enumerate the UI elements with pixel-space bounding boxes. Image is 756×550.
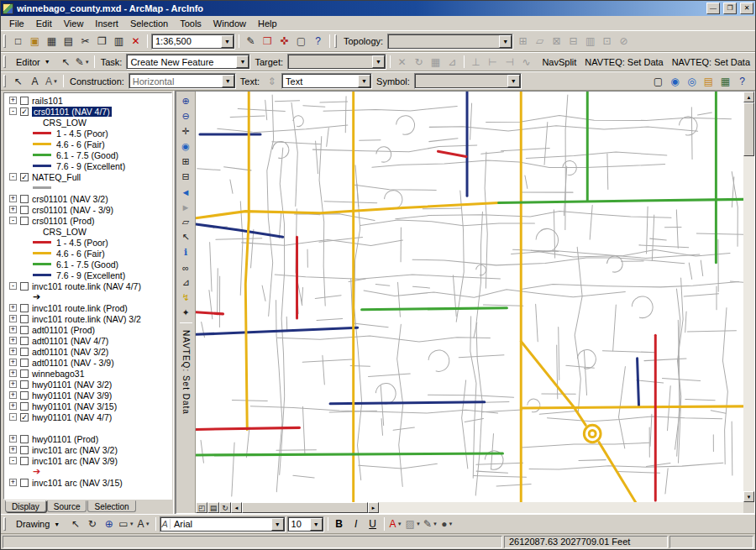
validate-topology-icon[interactable]: ⊠ (549, 34, 564, 50)
layer-label[interactable]: adt01101 (NAV - 3/9) (32, 358, 114, 368)
navteq-set-data-button-1[interactable]: NAVTEQ: Set Data (585, 57, 663, 67)
layer-label[interactable]: crs01101 (NAV 4/7) (32, 107, 112, 117)
layer-checkbox[interactable] (20, 282, 29, 291)
show-errors-icon[interactable]: ⊘ (616, 34, 632, 50)
map-horizontal-scrollbar[interactable]: ◰▤↻ ◄ ► (196, 502, 743, 513)
toc-layer-row[interactable]: +invc101 route.link (NAV) 3/2 (4, 313, 171, 324)
layer-checkbox[interactable] (20, 457, 29, 465)
dropdown-arrow-icon[interactable]: ▼ (358, 75, 370, 87)
command-window-icon[interactable]: ▢ (293, 34, 309, 50)
toc-layer-row[interactable]: +invc101 arc (NAV 3/15) (4, 477, 171, 488)
layer-checkbox[interactable] (20, 337, 29, 345)
layer-label[interactable]: invc101 arc (NAV 3/15) (32, 478, 123, 488)
tab-selection[interactable]: Selection (87, 500, 135, 512)
expand-icon[interactable]: + (9, 435, 17, 443)
new-text-icon[interactable]: A▼ (136, 516, 152, 532)
scroll-down-icon[interactable]: ▼ (743, 491, 754, 502)
select-annotation-icon[interactable]: ↖ (10, 73, 26, 89)
dropdown-arrow-icon[interactable]: ▼ (271, 518, 284, 531)
layer-label[interactable]: invc101 arc (NAV 3/9) (32, 456, 118, 466)
identify-tool[interactable]: ℹ (178, 245, 193, 259)
navsplit-button[interactable]: NavSplit (542, 57, 576, 67)
measure-tool[interactable]: ⊿ (178, 275, 193, 290)
task-value[interactable]: Create New Feature (127, 57, 236, 67)
layer-checkbox[interactable] (20, 359, 29, 367)
straight-annotation-icon[interactable]: ⊣ (501, 54, 517, 70)
globe-icon[interactable]: ◉ (667, 73, 683, 89)
toc-layer-row[interactable]: +hwy01101 (NAV 3/2) (4, 379, 171, 390)
edit-tool-icon[interactable]: ↖ (58, 54, 74, 70)
scroll-up-icon[interactable]: ▲ (743, 92, 754, 102)
layer-label[interactable]: invc101 route.link (NAV 4/7) (32, 281, 141, 291)
whats-this-icon[interactable]: ? (310, 34, 326, 50)
label-tool-icon[interactable]: A▼ (44, 73, 60, 89)
menu-view[interactable]: View (58, 18, 90, 29)
horizontal-scrollbar-thumb[interactable] (242, 502, 368, 513)
layer-label[interactable]: invc101 arc (NAV 3/2) (32, 445, 118, 455)
zoom-out-tool[interactable]: ⊖ (178, 109, 193, 123)
dropdown-arrow-icon[interactable]: ▼ (310, 518, 323, 531)
expand-icon[interactable]: + (9, 97, 17, 104)
menu-window[interactable]: Window (207, 18, 252, 29)
expand-icon[interactable]: + (9, 304, 17, 312)
scale-value[interactable]: 1:36,500 (152, 36, 221, 46)
toc-layer-row[interactable]: +rails101 (4, 95, 171, 106)
toolbar-grip[interactable] (334, 34, 337, 49)
layer-checkbox[interactable]: ✓ (20, 413, 29, 422)
text-tool-icon[interactable]: A (27, 73, 43, 89)
shape-tool-icon[interactable]: ▭▼ (118, 516, 134, 532)
layer-checkbox[interactable] (20, 391, 29, 400)
expand-icon[interactable]: + (9, 391, 17, 399)
layer-checkbox[interactable] (20, 446, 29, 454)
menu-edit[interactable]: Edit (30, 18, 58, 29)
toc-layer-row[interactable]: +adt01101 (NAV - 3/9) (4, 357, 171, 368)
underline-button[interactable]: U (365, 516, 381, 532)
tab-display[interactable]: Display (5, 500, 46, 512)
layer-label[interactable]: adt01101 (Prod) (32, 325, 95, 335)
split-tool-icon[interactable]: ✕ (394, 54, 410, 70)
drawing-menu-button[interactable]: Drawing ▼ (10, 516, 66, 532)
layer-label[interactable]: crs01101 (NAV - 3/9) (32, 205, 113, 215)
layer-label[interactable]: crs01101 (Prod) (32, 216, 95, 226)
collapse-icon[interactable]: - (9, 457, 17, 464)
layer-label[interactable]: hwy01101 (NAV 3/15) (32, 401, 117, 411)
help-icon[interactable]: ? (734, 73, 750, 89)
print-icon[interactable]: ▤ (60, 34, 76, 50)
menu-insert[interactable]: Insert (89, 18, 124, 29)
marker-color-button[interactable]: ●▼ (439, 516, 455, 532)
toc-layer-row[interactable]: +hwy01101 (NAV 3/15) (4, 401, 171, 411)
bold-button[interactable]: B (332, 516, 347, 532)
sketch-tool-icon[interactable]: ✎▼ (75, 54, 91, 70)
font-value[interactable]: Arial (171, 519, 271, 529)
shared-features-icon[interactable]: ⊡ (599, 34, 615, 50)
close-button[interactable]: ✕ (740, 3, 753, 14)
layer-label[interactable]: NATEQ_Full (32, 172, 81, 182)
layer-checkbox[interactable]: ✓ (20, 107, 29, 116)
new-document-icon[interactable]: □ (10, 34, 26, 50)
vertical-scrollbar-thumb[interactable] (743, 102, 754, 156)
toc-layer-row[interactable]: +adt01101 (NAV 3/2) (4, 346, 171, 357)
toc-layer-row[interactable]: +winnebago31 (4, 368, 171, 379)
fixed-zoom-in-tool[interactable]: ⊞ (178, 155, 193, 169)
stacked-text-icon[interactable]: ⇕ (264, 73, 280, 89)
select-features-tool[interactable]: ▱ (178, 215, 193, 229)
cut-icon[interactable]: ✂ (77, 34, 93, 50)
attributes-icon[interactable]: ▦ (428, 54, 444, 70)
copy-icon[interactable]: ❐ (94, 34, 110, 50)
layer-checkbox[interactable] (20, 369, 29, 378)
curved-annotation-icon[interactable]: ∿ (518, 54, 534, 70)
full-extent-tool[interactable]: ◉ (178, 139, 193, 154)
collapse-icon[interactable]: - (9, 173, 17, 181)
toolbar-grip[interactable] (3, 34, 6, 49)
layer-label[interactable]: winnebago31 (32, 369, 84, 379)
maximize-button[interactable]: ❐ (723, 3, 737, 14)
menu-file[interactable]: File (3, 18, 30, 29)
layer-label[interactable]: invc101 route.link (NAV) 3/2 (32, 314, 141, 324)
attribute-table-icon[interactable]: ▦ (717, 73, 733, 89)
forward-extent-tool[interactable]: ► (178, 200, 193, 214)
expand-icon[interactable]: + (9, 479, 17, 486)
layer-checkbox[interactable] (20, 402, 29, 411)
toc-tree[interactable]: +rails101-✓crs01101 (NAV 4/7)CRS_LOW1 - … (3, 92, 172, 500)
dropdown-arrow-icon[interactable]: ▼ (222, 75, 234, 87)
layer-label[interactable]: hwy01101 (Prod) (32, 434, 98, 444)
